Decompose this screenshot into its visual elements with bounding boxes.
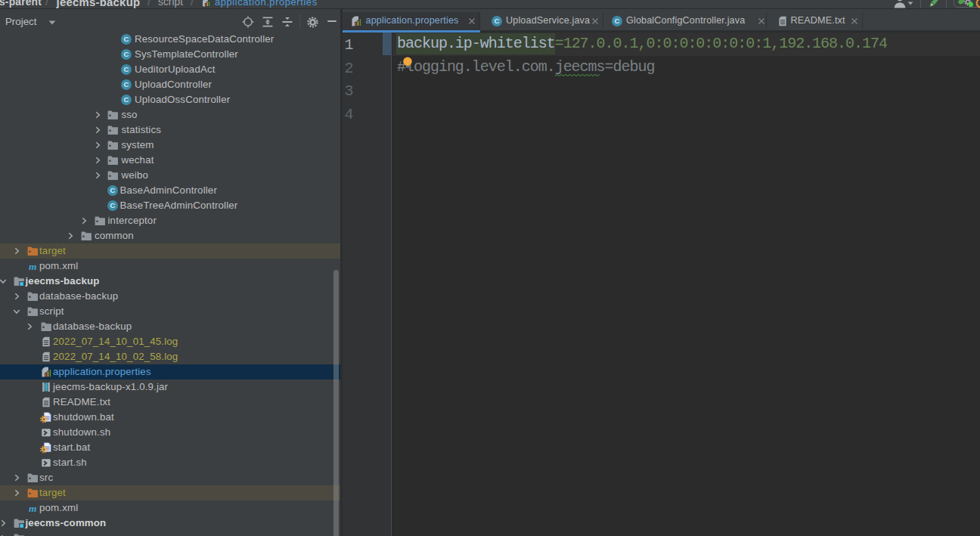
svg-text:m: m [28,503,36,514]
svg-text:C: C [124,50,129,58]
svg-text:C: C [124,35,129,43]
svg-text:C: C [124,80,129,88]
svg-text:C: C [495,17,500,25]
svg-text:C: C [124,65,129,73]
svg-text:C: C [615,17,620,25]
svg-text:C: C [110,201,115,209]
svg-text:m: m [28,261,36,272]
svg-text:C: C [110,186,115,194]
svg-text:C: C [124,95,129,104]
